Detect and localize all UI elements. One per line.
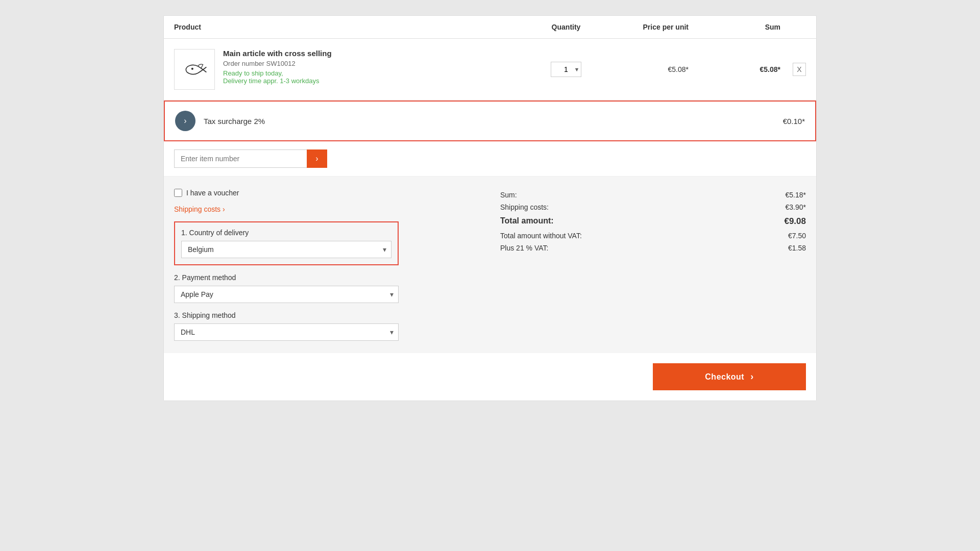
shipping-costs-link[interactable]: Shipping costs › (174, 205, 480, 213)
checkout-button[interactable]: Checkout › (653, 363, 806, 390)
col-price-header: Price per unit (597, 23, 689, 31)
checkout-bar: Checkout › (164, 353, 816, 400)
voucher-checkbox[interactable] (174, 189, 182, 197)
col-product-header: Product (174, 23, 535, 31)
add-item-row: › (164, 141, 816, 177)
totals-total-label: Total amount: (500, 216, 554, 227)
product-status: Ready to ship today, Delivery time appr.… (223, 69, 332, 85)
tax-surcharge-amount: €0.10* (713, 117, 805, 126)
payment-select-wrapper: Apple Pay Credit Card PayPal Invoice Ban… (174, 286, 399, 303)
delivery-label: 1. Country of delivery (181, 229, 391, 237)
product-name: Main article with cross selling (223, 49, 332, 58)
voucher-label: I have a voucher (186, 189, 239, 197)
cart-totals: Sum: €5.18* Shipping costs: €3.90* Total… (500, 189, 806, 341)
totals-total-value: €9.08 (784, 216, 806, 227)
delivery-select-wrapper: Belgium Germany France Netherlands Austr… (181, 241, 391, 258)
checkout-chevron-icon: › (750, 371, 754, 382)
add-item-button[interactable]: › (307, 149, 327, 168)
tax-expand-icon[interactable]: › (175, 111, 195, 131)
shipping-select-wrapper: DHL UPS FedEx Standard ▾ (174, 323, 399, 341)
remove-product-button[interactable]: X (793, 63, 806, 76)
payment-label: 2. Payment method (174, 273, 399, 282)
payment-group: 2. Payment method Apple Pay Credit Card … (174, 273, 399, 303)
product-sum: €5.08* (689, 65, 780, 73)
quantity-select[interactable]: 1 2 3 4 5 (551, 62, 581, 77)
voucher-row: I have a voucher (174, 189, 480, 197)
cart-table-header: Product Quantity Price per unit Sum (164, 16, 816, 39)
delivery-select[interactable]: Belgium Germany France Netherlands Austr… (181, 241, 391, 258)
totals-without-vat-label: Total amount without VAT: (500, 232, 582, 240)
shipping-costs-chevron-icon: › (223, 205, 225, 213)
totals-shipping-row: Shipping costs: €3.90* (500, 201, 806, 213)
shipping-group: 3. Shipping method DHL UPS FedEx Standar… (174, 311, 399, 341)
payment-select[interactable]: Apple Pay Credit Card PayPal Invoice Ban… (174, 286, 399, 303)
page-wrapper: Product Quantity Price per unit Sum Main (163, 15, 817, 401)
product-info: Main article with cross selling Order nu… (174, 49, 535, 90)
product-details: Main article with cross selling Order nu… (223, 49, 332, 85)
totals-sum-row: Sum: €5.18* (500, 189, 806, 201)
item-number-input[interactable] (174, 149, 307, 168)
svg-point-0 (191, 67, 193, 69)
cart-options: I have a voucher Shipping costs › 1. Cou… (174, 189, 480, 341)
totals-shipping-value: €3.90* (786, 203, 806, 211)
add-item-form: › (174, 149, 327, 168)
product-order-number: Order number SW10012 (223, 60, 332, 67)
totals-vat-label: Plus 21 % VAT: (500, 244, 548, 252)
cart-product-row: Main article with cross selling Order nu… (164, 39, 816, 101)
product-image (174, 49, 215, 90)
quantity-selector: 1 2 3 4 5 (535, 62, 597, 77)
shipping-method-label: 3. Shipping method (174, 311, 399, 319)
totals-sum-label: Sum: (500, 191, 517, 199)
checkout-label: Checkout (705, 372, 744, 382)
col-sum-header: Sum (689, 23, 780, 31)
totals-without-vat-value: €7.50 (788, 232, 806, 240)
tax-surcharge-row: › Tax surcharge 2% €0.10* (164, 101, 816, 141)
totals-vat-value: €1.58 (788, 244, 806, 252)
quantity-select-wrapper[interactable]: 1 2 3 4 5 (551, 62, 581, 77)
col-remove-header (780, 23, 806, 31)
totals-sum-value: €5.18* (786, 191, 806, 199)
totals-total-row: Total amount: €9.08 (500, 213, 806, 230)
tax-surcharge-label: Tax surcharge 2% (204, 117, 265, 126)
tax-surcharge-left: › Tax surcharge 2% (175, 111, 713, 131)
totals-shipping-label: Shipping costs: (500, 203, 549, 211)
cart-bottom: I have a voucher Shipping costs › 1. Cou… (164, 177, 816, 353)
totals-without-vat-row: Total amount without VAT: €7.50 (500, 230, 806, 242)
shipping-select[interactable]: DHL UPS FedEx Standard (174, 323, 399, 341)
delivery-group: 1. Country of delivery Belgium Germany F… (174, 221, 399, 265)
totals-vat-row: Plus 21 % VAT: €1.58 (500, 242, 806, 254)
cart-container: Product Quantity Price per unit Sum Main (163, 15, 817, 401)
product-price: €5.08* (597, 65, 689, 73)
col-quantity-header: Quantity (535, 23, 597, 31)
